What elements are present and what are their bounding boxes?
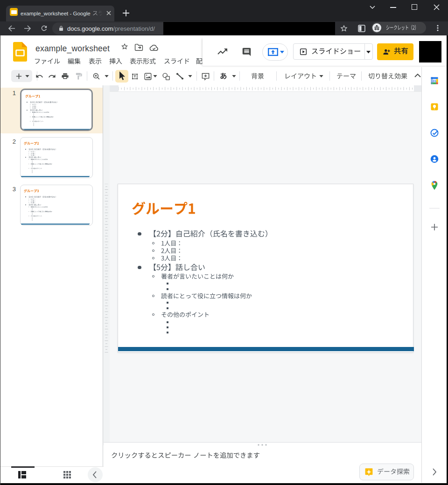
svg-text:31: 31 [433, 79, 436, 83]
